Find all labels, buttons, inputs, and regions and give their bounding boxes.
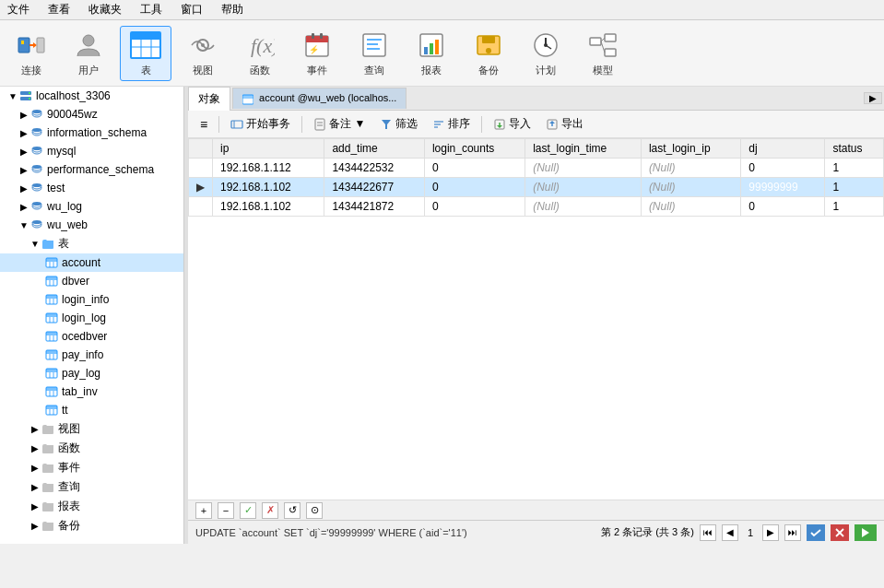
col-ip[interactable]: ip — [213, 139, 324, 159]
cell-login_counts[interactable]: 0 — [424, 178, 525, 197]
table-row[interactable]: ▶192.168.1.10214344226770(Null)(Null)999… — [189, 178, 884, 197]
toolbar-schedule[interactable]: 计划 — [520, 26, 572, 81]
cell-last_login_ip[interactable]: (Null) — [641, 178, 740, 197]
toolbar-connect[interactable]: 连接 — [6, 26, 57, 81]
sidebar-table-tt[interactable]: tt — [0, 401, 183, 419]
cell-login_counts[interactable]: 0 — [424, 197, 525, 217]
add-record-btn[interactable]: + — [195, 502, 212, 519]
toolbar-view[interactable]: 视图 — [177, 26, 229, 81]
tab-account[interactable]: account @wu_web (localhos... — [232, 88, 407, 108]
toolbar-backup[interactable]: 备份 — [463, 26, 514, 81]
col-dj[interactable]: dj — [741, 139, 825, 159]
menu-file[interactable]: 文件 — [4, 1, 33, 18]
folder-icon — [41, 422, 55, 437]
cell-add_time[interactable]: 1434422532 — [324, 159, 424, 178]
sidebar-table-ocedbver[interactable]: ocedbver — [0, 327, 183, 346]
begin-transaction-btn[interactable]: 开始事务 — [224, 113, 297, 135]
table-row[interactable]: 192.168.1.11214344225320(Null)(Null)01 — [189, 159, 884, 178]
col-last-login-ip[interactable]: last_login_ip — [641, 139, 740, 159]
col-status[interactable]: status — [825, 139, 884, 159]
toolbar-user[interactable]: 用户 — [63, 26, 114, 81]
cancel-btn[interactable]: ✗ — [262, 502, 278, 519]
sidebar-db-wu_log[interactable]: ▶ wu_log — [0, 197, 183, 216]
sidebar-db-performance_schema[interactable]: ▶ performance_schema — [0, 160, 183, 179]
stop-btn[interactable] — [831, 524, 849, 541]
sidebar-db-wu_web[interactable]: ▼ wu_web — [0, 216, 183, 234]
cell-dj[interactable]: 99999999 — [741, 178, 825, 197]
ok-btn[interactable] — [807, 524, 825, 541]
sidebar-db-mysql[interactable]: ▶ mysql — [0, 142, 183, 160]
cell-status[interactable]: 1 — [825, 159, 884, 178]
toolbar-event[interactable]: ⚡ 事件 — [291, 26, 343, 81]
sidebar-table-login_info[interactable]: login_info — [0, 290, 183, 309]
menu-view[interactable]: 查看 — [44, 1, 74, 18]
info-btn[interactable]: ⊙ — [306, 502, 323, 519]
nav-last[interactable]: ⏭ — [784, 524, 801, 541]
sidebar-folder-表[interactable]: ▼ 表 — [0, 234, 183, 253]
export-btn[interactable]: 导出 — [539, 113, 590, 135]
nav-next[interactable]: ▶ — [762, 524, 779, 541]
sidebar-table-tab_inv[interactable]: tab_inv — [0, 382, 183, 401]
import-btn[interactable]: 导入 — [487, 113, 537, 135]
run-btn[interactable] — [855, 524, 877, 541]
cell-login_counts[interactable]: 0 — [424, 159, 525, 178]
table-row[interactable]: 192.168.1.10214344218720(Null)(Null)01 — [189, 197, 884, 217]
col-add-time[interactable]: add_time — [324, 139, 424, 159]
menu-window[interactable]: 窗口 — [177, 1, 206, 18]
cell-status[interactable]: 1 — [825, 178, 884, 197]
note-btn[interactable]: 备注 ▼ — [307, 113, 371, 135]
sidebar-folder-报表[interactable]: ▶ 报表 — [0, 497, 183, 516]
sidebar-db-900045wz[interactable]: ▶ 900045wz — [0, 105, 183, 123]
tab-extra-btn[interactable]: ▶ — [864, 92, 882, 104]
toolbar-query[interactable]: 查询 — [348, 26, 400, 81]
cell-add_time[interactable]: 1434421872 — [324, 197, 424, 217]
filter-btn[interactable]: 筛选 — [373, 113, 424, 135]
sidebar-folder-事件[interactable]: ▶ 事件 — [0, 458, 183, 477]
cell-last_login_time[interactable]: (Null) — [525, 159, 642, 178]
cell-ip[interactable]: 192.168.1.112 — [213, 159, 324, 178]
schedule-label: 计划 — [536, 64, 556, 77]
delete-record-btn[interactable]: − — [218, 502, 234, 519]
cell-last_login_ip[interactable]: (Null) — [641, 159, 740, 178]
sidebar-folder-查询[interactable]: ▶ 查询 — [0, 477, 183, 497]
cell-ip[interactable]: 192.168.1.102 — [213, 178, 324, 197]
sidebar-folder-备份[interactable]: ▶ 备份 — [0, 516, 183, 535]
sidebar-table-pay_log[interactable]: pay_log — [0, 364, 183, 382]
toolbar-table[interactable]: 表 — [120, 26, 171, 81]
menu-tools[interactable]: 工具 — [136, 1, 166, 18]
cell-dj[interactable]: 0 — [741, 197, 825, 217]
cell-last_login_time[interactable]: (Null) — [525, 197, 642, 217]
sort-btn[interactable]: 排序 — [426, 113, 477, 135]
tab-objects[interactable]: 对象 — [188, 87, 230, 112]
sidebar-table-dbver[interactable]: dbver — [0, 272, 183, 290]
sidebar-db-test[interactable]: ▶ test — [0, 179, 183, 197]
toolbar-function[interactable]: f(x) 函数 — [234, 26, 286, 81]
sidebar-db-information_schema[interactable]: ▶ information_schema — [0, 123, 183, 142]
sidebar-table-pay_info[interactable]: pay_info — [0, 346, 183, 364]
sidebar-folder-函数[interactable]: ▶ 函数 — [0, 439, 183, 458]
menu-help[interactable]: 帮助 — [218, 1, 247, 18]
toolbar-model[interactable]: 模型 — [577, 26, 629, 81]
nav-first[interactable]: ⏮ — [700, 524, 716, 541]
col-login-counts[interactable]: login_counts — [424, 139, 525, 159]
col-last-login-time[interactable]: last_login_time — [525, 139, 642, 159]
cell-last_login_time[interactable]: (Null) — [525, 178, 642, 197]
sidebar-server[interactable]: ▼ localhost_3306 — [0, 87, 183, 105]
cell-status[interactable]: 1 — [825, 197, 884, 217]
confirm-btn[interactable]: ✓ — [240, 502, 256, 519]
cell-ip[interactable]: 192.168.1.102 — [213, 197, 324, 217]
folder-arrow: ▶ — [29, 463, 41, 473]
cell-dj[interactable]: 0 — [741, 159, 825, 178]
toolbar-report[interactable]: 报表 — [406, 26, 457, 81]
sidebar-table-login_log[interactable]: login_log — [0, 309, 183, 327]
schedule-icon — [529, 29, 562, 62]
cell-add_time[interactable]: 1434422677 — [324, 178, 424, 197]
refresh-btn[interactable]: ↺ — [284, 502, 301, 519]
nav-prev[interactable]: ◀ — [722, 524, 738, 541]
sidebar-folder-视图[interactable]: ▶ 视图 — [0, 419, 183, 439]
sidebar-table-account[interactable]: account — [0, 253, 183, 272]
svg-point-48 — [32, 202, 41, 206]
menu-favorites[interactable]: 收藏夹 — [85, 1, 125, 18]
cell-last_login_ip[interactable]: (Null) — [641, 197, 740, 217]
menu-btn[interactable]: ≡ — [194, 114, 214, 135]
